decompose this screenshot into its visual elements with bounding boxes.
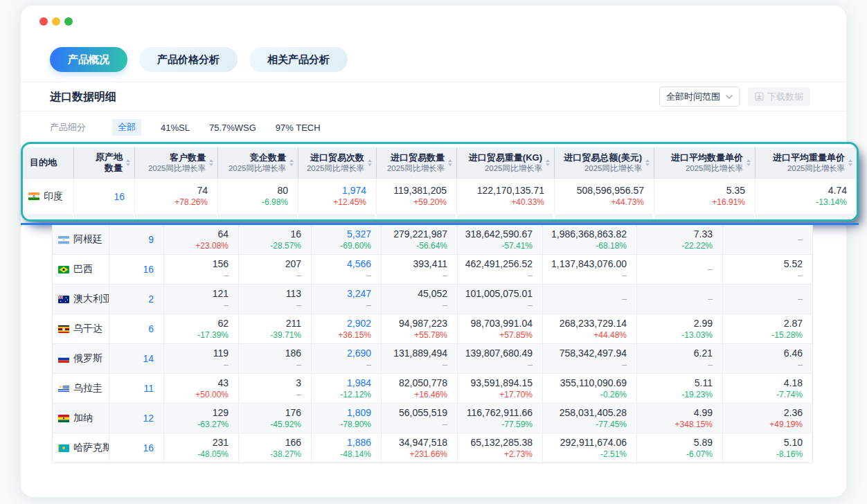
- destination-cell: 乌拉圭: [53, 374, 109, 403]
- data-cell-6: 5.11-19.23%: [637, 374, 723, 403]
- table-row[interactable]: 阿根廷964+23.08%16-28.57%5,327-69.60%279,22…: [53, 225, 812, 255]
- data-cell-0: 62-17.39%: [164, 314, 239, 343]
- column-subtitle: 2025同比增长率: [671, 163, 743, 174]
- cell-growth: –: [708, 360, 713, 370]
- sort-button[interactable]: [289, 159, 294, 166]
- flag-icon-br: [58, 266, 69, 273]
- cell-value: 758,342,497.94: [560, 348, 627, 359]
- cell-growth: +2.73%: [504, 449, 533, 460]
- cell-growth: –: [366, 271, 371, 281]
- download-icon: [755, 92, 764, 101]
- cell-growth: -15.28%: [771, 330, 803, 341]
- cell-value: 119,381,205: [393, 185, 447, 197]
- cell-growth: -57.41%: [501, 241, 533, 251]
- column-title-line2: 数量: [96, 163, 123, 174]
- cell-value: 129: [213, 407, 229, 419]
- time-range-select[interactable]: 全部时间范围: [659, 87, 740, 107]
- chevron-down-icon: [726, 95, 733, 99]
- cell-value: 2.36: [784, 407, 803, 419]
- sort-button[interactable]: [126, 159, 130, 166]
- cell-growth: –: [708, 264, 713, 275]
- table-row[interactable]: 乌干达662-17.39%211-39.71%2,902+36.15%94,98…: [53, 314, 812, 344]
- cell-value: 5,327: [347, 228, 371, 240]
- column-title: 进口贸易数量: [387, 152, 445, 163]
- cell-value: 62: [217, 318, 229, 330]
- flag-icon-ru: [58, 355, 69, 363]
- data-cell-0: 64+23.08%: [164, 225, 239, 254]
- cell-growth: -7.74%: [776, 390, 803, 400]
- segment-option-3[interactable]: 97% TECH: [276, 123, 321, 133]
- table-row[interactable]: 巴西16156–207–4,566–393,411–462,491,256.52…: [53, 255, 812, 285]
- tab-2[interactable]: 相关产品分析: [249, 47, 348, 72]
- data-cell-1: 186–: [239, 344, 312, 373]
- cell-value: 268,233,729.14: [560, 318, 627, 330]
- cell-value: 508,596,956.57: [577, 185, 644, 197]
- cell-value: 231: [213, 437, 229, 449]
- segment-option-0[interactable]: 全部: [112, 119, 141, 136]
- cell-growth: +59.20%: [413, 197, 447, 208]
- data-cell-4: 65,132,285.38+2.73%: [458, 433, 543, 462]
- data-cell-6: 5.35+16.91%: [654, 179, 756, 214]
- close-window-button[interactable]: [39, 17, 48, 26]
- table-row[interactable]: 澳大利亚2121–113–3,247–45,052–101,005,075.01…: [53, 285, 812, 314]
- cell-growth: –: [224, 271, 229, 281]
- origin-count-cell: 12: [109, 404, 164, 433]
- table-row[interactable]: 加纳12129-63.27%176-45.92%1,809-78.90%56,0…: [53, 404, 812, 433]
- sort-button[interactable]: [747, 159, 751, 166]
- cell-value: 101,005,075.01: [465, 288, 533, 300]
- tab-0[interactable]: 产品概况: [50, 47, 127, 72]
- cell-value: 1,986,368,863.82: [551, 228, 627, 240]
- destination-name: 乌干达: [73, 323, 102, 335]
- cell-value: 56,055,519: [399, 407, 447, 419]
- cell-growth: -28.57%: [270, 241, 301, 251]
- data-cell-2: 4,566–: [312, 255, 382, 284]
- segment-option-2[interactable]: 75.7%WSG: [209, 123, 256, 133]
- column-header-6: 进口贸易重量(KG)2025同比增长率: [457, 147, 555, 178]
- sort-button[interactable]: [645, 159, 650, 166]
- cell-growth: +44.48%: [593, 330, 627, 341]
- cell-growth: –: [443, 300, 447, 311]
- data-cell-5: 508,596,956.57+44.73%: [555, 179, 654, 214]
- sort-button[interactable]: [546, 159, 550, 166]
- zoom-window-button[interactable]: [64, 17, 73, 26]
- sort-button[interactable]: [368, 159, 372, 166]
- download-data-button[interactable]: 下载数据: [748, 87, 810, 106]
- cell-value: 34,947,518: [399, 437, 447, 449]
- origin-count-cell: 6: [109, 314, 164, 343]
- cell-value: 94,987,223: [399, 318, 447, 330]
- data-cell-3: 131,889,494–: [382, 344, 458, 373]
- flag-icon-au: [58, 296, 69, 303]
- cell-value: 5.89: [694, 437, 713, 449]
- table-header-row: 目的地原产地数量客户数量2025同比增长率竞企数量2025同比增长率进口贸易次数…: [23, 147, 857, 179]
- cell-growth: –: [528, 300, 533, 311]
- cell-value: 1,974: [342, 185, 366, 197]
- cell-growth: –: [798, 271, 803, 281]
- cell-growth: +44.73%: [611, 197, 644, 208]
- cell-growth: +348.15%: [675, 420, 713, 430]
- column-subtitle: 2025同比增长率: [387, 163, 445, 174]
- data-cell-4: 101,005,075.01–: [458, 285, 543, 314]
- cell-growth: +50.00%: [195, 390, 229, 400]
- minimize-window-button[interactable]: [52, 17, 60, 26]
- cell-growth: +12.45%: [333, 197, 366, 208]
- cell-value: 4,566: [347, 258, 371, 270]
- segment-option-1[interactable]: 41%SL: [161, 123, 190, 133]
- sliver-cell: [74, 214, 135, 221]
- highlighted-row-india[interactable]: 印度1674+78.26%80-6.98%1,974+12.45%119,381…: [23, 179, 857, 214]
- flag-icon-kz: [58, 444, 69, 452]
- destination-cell: 澳大利亚: [53, 285, 109, 314]
- sort-button[interactable]: [448, 159, 452, 166]
- destination-cell: 俄罗斯: [53, 344, 109, 373]
- cell-value: 1,886: [347, 437, 371, 449]
- data-cell-7: 5.10-8.16%: [723, 433, 812, 462]
- table-row[interactable]: 乌拉圭1143+50.00%3–1,984-12.12%82,050,778+1…: [53, 374, 812, 404]
- data-cell-3: 56,055,519–: [382, 404, 458, 433]
- column-title: 竞企数量: [229, 152, 286, 163]
- table-row[interactable]: 哈萨克斯坦16231-48.05%166-38.27%1,886-48.14%3…: [53, 433, 812, 462]
- sort-button[interactable]: [848, 159, 852, 166]
- tab-1[interactable]: 产品价格分析: [139, 47, 238, 72]
- table-row[interactable]: 俄罗斯14119–186–2,690–131,889,494–139,807,6…: [53, 344, 812, 374]
- sort-button[interactable]: [209, 159, 213, 166]
- cell-growth: -0.26%: [600, 390, 627, 400]
- cell-value: 45,052: [418, 288, 447, 300]
